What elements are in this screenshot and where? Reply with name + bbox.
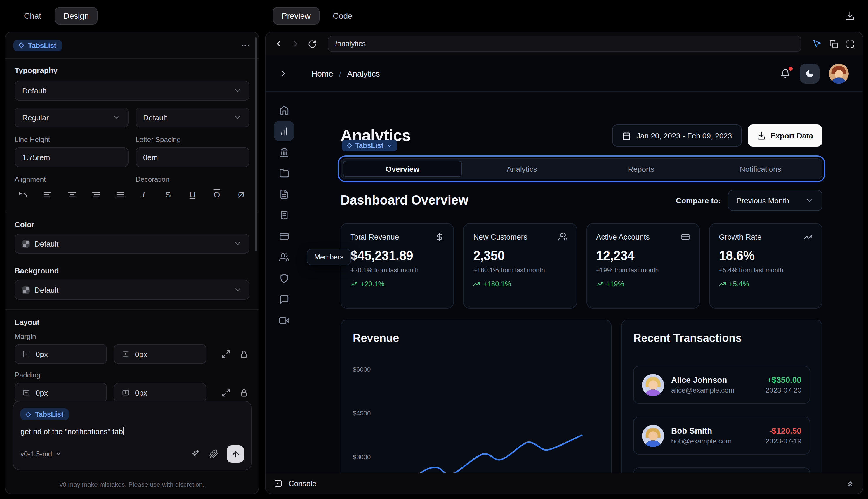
font-size-select[interactable]: Default: [136, 108, 249, 127]
transaction-email: bob@example.com: [671, 437, 732, 445]
padding-x-input[interactable]: 0px: [15, 383, 107, 403]
composer-context-chip[interactable]: TabsList: [21, 409, 69, 420]
expand-padding-button[interactable]: [220, 386, 231, 400]
forward-button[interactable]: [291, 39, 300, 49]
margin-x-input[interactable]: 0px: [15, 344, 107, 364]
align-justify-button[interactable]: [113, 187, 127, 202]
compare-select[interactable]: Previous Month: [728, 190, 822, 211]
composer-toolbar: v0-1.5-md: [21, 445, 244, 463]
breadcrumb-home[interactable]: Home: [311, 69, 333, 78]
padding-label: Padding: [15, 371, 249, 379]
fullscreen-button[interactable]: [846, 39, 855, 48]
tab-design[interactable]: Design: [54, 7, 98, 25]
download-button[interactable]: [845, 11, 855, 21]
console-expand-button[interactable]: [846, 479, 855, 488]
align-right-icon: [91, 190, 101, 199]
more-options-button[interactable]: [240, 40, 251, 50]
align-left-button[interactable]: [40, 187, 54, 202]
date-range-picker[interactable]: Jan 20, 2023 - Feb 09, 2023: [612, 124, 742, 147]
lock-padding-button[interactable]: [238, 386, 249, 400]
export-data-button[interactable]: Export Data: [748, 124, 822, 147]
lock-margin-button[interactable]: [238, 347, 249, 361]
tab-chat[interactable]: Chat: [15, 7, 50, 25]
prompt-composer[interactable]: TabsList get rid of the "notifications" …: [13, 401, 252, 470]
members-tooltip: Members: [307, 249, 351, 265]
background-select[interactable]: Default: [15, 280, 249, 300]
select-element-tool-button[interactable]: [813, 39, 822, 49]
tab-code[interactable]: Code: [324, 7, 361, 25]
chevron-down-icon: [55, 450, 62, 458]
sidebar-item-invoices[interactable]: [274, 184, 294, 204]
reset-alignment-button[interactable]: [16, 187, 30, 202]
underline-button[interactable]: U: [185, 187, 199, 202]
url-bar[interactable]: /analytics: [328, 36, 802, 52]
attach-file-button[interactable]: [209, 449, 219, 459]
breadcrumb: Home / Analytics: [311, 69, 380, 78]
sidebar-item-security[interactable]: [274, 268, 294, 288]
selected-element-label: TabsList: [28, 42, 57, 49]
selected-element-chip[interactable]: TabsList: [13, 39, 62, 51]
margin-y-input[interactable]: 0px: [114, 344, 206, 364]
prompt-input[interactable]: get rid of the "notifications" tab: [21, 427, 244, 436]
padding-y-input[interactable]: 0px: [114, 383, 206, 403]
tab-notifications[interactable]: Notifications: [701, 161, 820, 177]
sidebar-item-bank[interactable]: [274, 142, 294, 162]
users-icon: [558, 233, 567, 241]
stat-subtext: +19% from last month: [596, 266, 690, 273]
no-decoration-button[interactable]: Ø: [234, 187, 248, 202]
landmark-icon: [279, 147, 289, 157]
refresh-button[interactable]: [308, 39, 317, 48]
align-center-button[interactable]: [64, 187, 78, 202]
tab-preview[interactable]: Preview: [273, 7, 320, 25]
font-family-select[interactable]: Default: [15, 81, 249, 100]
enhance-prompt-button[interactable]: [190, 449, 200, 459]
line-height-input[interactable]: 1.75rem: [15, 147, 128, 167]
console-bar[interactable]: Console: [266, 473, 863, 494]
top-left-tabs: Chat Design: [0, 7, 265, 25]
transaction-amount: -$120.50: [766, 426, 802, 435]
back-button[interactable]: [274, 39, 283, 49]
sidebar-item-cards[interactable]: [274, 226, 294, 246]
margin-label: Margin: [15, 332, 249, 341]
margin-x-icon: [22, 350, 30, 358]
padding-x-icon: [22, 389, 30, 397]
sidebar-item-receipts[interactable]: [274, 205, 294, 225]
color-select[interactable]: Default: [15, 234, 249, 254]
tab-analytics[interactable]: Analytics: [462, 161, 582, 177]
transaction-name: Bob Smith: [671, 426, 732, 435]
copy-button[interactable]: [829, 39, 838, 48]
sidebar-item-members[interactable]: [274, 247, 294, 267]
italic-button[interactable]: I: [137, 187, 151, 202]
page-actions: Jan 20, 2023 - Feb 09, 2023 Export Data: [612, 124, 822, 147]
sidebar-item-analytics[interactable]: [274, 121, 294, 141]
padding-x-value: 0px: [36, 388, 99, 397]
sidebar-item-home[interactable]: [274, 100, 294, 120]
selection-chip[interactable]: TabsList: [342, 139, 397, 151]
selection-chip-label: TabsList: [355, 142, 383, 149]
sidebar-item-video[interactable]: [274, 310, 294, 330]
lock-icon: [239, 350, 248, 358]
transaction-row[interactable]: Bob Smith bob@example.com -$120.50 2023-…: [633, 417, 810, 454]
overline-button[interactable]: O: [210, 187, 224, 202]
notifications-button[interactable]: [780, 68, 790, 78]
tab-reports[interactable]: Reports: [582, 161, 701, 177]
sidebar-item-messages[interactable]: [274, 289, 294, 309]
model-select[interactable]: v0-1.5-md: [21, 450, 62, 458]
compare-value: Previous Month: [736, 196, 789, 205]
export-label: Export Data: [770, 131, 813, 140]
lock-icon: [239, 388, 248, 397]
theme-toggle-button[interactable]: [799, 63, 819, 83]
align-right-button[interactable]: [89, 187, 103, 202]
user-avatar[interactable]: [829, 63, 849, 83]
sidebar-expand-button[interactable]: [278, 69, 288, 78]
transaction-row[interactable]: Alice Johnson alice@example.com +$350.00…: [633, 366, 810, 404]
expand-margin-button[interactable]: [220, 347, 231, 361]
nav-actions: [780, 63, 849, 83]
letter-spacing-input[interactable]: 0em: [136, 147, 249, 167]
send-prompt-button[interactable]: [227, 445, 244, 463]
tab-overview[interactable]: Overview: [343, 161, 462, 177]
font-weight-select[interactable]: Regular: [15, 108, 128, 127]
sidebar-item-projects[interactable]: [274, 163, 294, 183]
strikethrough-button[interactable]: S: [161, 187, 175, 202]
panel-scrollbar[interactable]: [255, 37, 257, 251]
